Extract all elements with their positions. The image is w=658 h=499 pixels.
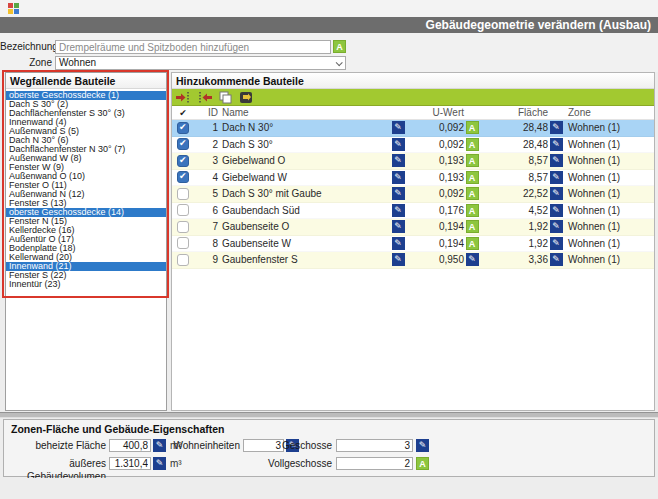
remove-component-icon[interactable] xyxy=(196,91,212,104)
row-u-wert: 0,092 xyxy=(406,188,464,199)
row-flaeche: 22,52 xyxy=(480,188,548,199)
col-header-name: Name xyxy=(218,107,390,118)
bauteil-table-row[interactable]: 4 Giebelwand W ✎ 0,193 A 8,57 ✎ Wohnen (… xyxy=(172,170,654,187)
gebaeudevolumen-unit: m³ xyxy=(170,457,182,470)
edit-gebaeudevolumen-icon[interactable]: ✎ xyxy=(153,457,166,470)
edit-name-icon[interactable]: ✎ xyxy=(392,204,405,217)
edit-flaeche-icon[interactable]: ✎ xyxy=(550,187,563,200)
edit-flaeche-icon[interactable]: ✎ xyxy=(550,138,563,151)
u-wert-auto-badge[interactable]: A xyxy=(466,237,479,250)
edit-name-icon[interactable]: ✎ xyxy=(392,187,405,200)
edit-name-icon[interactable]: ✎ xyxy=(392,237,405,250)
u-wert-auto-badge[interactable]: A xyxy=(466,171,479,184)
u-wert-auto-badge[interactable]: A xyxy=(466,220,479,233)
row-name: Giebelwand W xyxy=(218,172,390,183)
edit-name-icon[interactable]: ✎ xyxy=(392,171,405,184)
bauteil-table-row[interactable]: 7 Gaubenseite O ✎ 0,194 A 1,92 ✎ Wohnen … xyxy=(172,219,654,236)
copy-component-icon[interactable] xyxy=(217,91,233,104)
row-u-wert: 0,193 xyxy=(406,155,464,166)
row-flaeche: 8,57 xyxy=(480,155,548,166)
bauteil-table-row[interactable]: 2 Dach S 30° ✎ 0,092 A 28,48 ✎ Wohnen (1… xyxy=(172,137,654,154)
edit-name-icon[interactable]: ✎ xyxy=(392,138,405,151)
row-flaeche: 28,48 xyxy=(480,122,548,133)
row-checkbox[interactable] xyxy=(177,138,189,150)
row-checkbox[interactable] xyxy=(177,122,189,134)
u-wert-auto-badge[interactable]: A xyxy=(466,138,479,151)
horizontal-splitter[interactable] xyxy=(0,412,658,418)
hinzukommende-bauteile-panel: Hinzukommende Bauteile ✔ ID Name U-Wert … xyxy=(171,72,655,411)
edit-geschosse-icon[interactable]: ✎ xyxy=(416,439,429,452)
row-flaeche: 8,57 xyxy=(480,172,548,183)
chevron-down-icon xyxy=(336,59,343,66)
row-checkbox[interactable] xyxy=(177,204,189,216)
wegfallende-list[interactable]: oberste Geschossdecke (1) Dach S 30° (2)… xyxy=(6,90,166,410)
row-name: Dach S 30° mit Gaube xyxy=(218,188,390,199)
col-header-zone: Zone xyxy=(564,107,654,118)
top-strip xyxy=(0,0,658,17)
row-zone: Wohnen (1) xyxy=(564,238,654,249)
col-header-id: ID xyxy=(194,107,218,118)
bauteil-table-row[interactable]: 1 Dach N 30° ✎ 0,092 A 28,48 ✎ Wohnen (1… xyxy=(172,120,654,137)
row-id: 5 xyxy=(194,188,218,199)
edit-flaeche-icon[interactable]: ✎ xyxy=(550,171,563,184)
row-u-wert: 0,092 xyxy=(406,122,464,133)
bauteil-table-row[interactable]: 9 Gaubenfenster S ✎ 0,950 ✎ 3,36 ✎ Wohne… xyxy=(172,252,654,269)
edit-flaeche-icon[interactable]: ✎ xyxy=(550,204,563,217)
row-flaeche: 1,92 xyxy=(480,221,548,232)
u-wert-auto-badge[interactable]: A xyxy=(466,187,479,200)
zone-selected-value: Wohnen xyxy=(59,57,96,68)
row-u-wert: 0,194 xyxy=(406,221,464,232)
bauteil-list-item[interactable]: Innentür (23) xyxy=(6,280,166,289)
app-logo-icon[interactable] xyxy=(8,3,19,14)
bauteil-table-row[interactable]: 3 Giebelwand O ✎ 0,193 A 8,57 ✎ Wohnen (… xyxy=(172,153,654,170)
row-flaeche: 28,48 xyxy=(480,139,548,150)
table-header-row: ✔ ID Name U-Wert Fläche Zone xyxy=(172,106,654,120)
hinzukommende-panel-title: Hinzukommende Bauteile xyxy=(172,73,654,89)
row-checkbox[interactable] xyxy=(177,254,189,266)
row-name: Gaubendach Süd xyxy=(218,205,390,216)
import-component-icon[interactable] xyxy=(238,91,254,104)
row-checkbox[interactable] xyxy=(177,188,189,200)
edit-flaeche-icon[interactable]: ✎ xyxy=(550,220,563,233)
u-wert-auto-badge[interactable]: A xyxy=(466,154,479,167)
edit-name-icon[interactable]: ✎ xyxy=(392,220,405,233)
row-u-wert: 0,950 xyxy=(406,254,464,265)
wegfallende-bauteile-panel: Wegfallende Bauteile oberste Geschossdec… xyxy=(5,72,167,411)
row-name: Giebelwand O xyxy=(218,155,390,166)
row-checkbox[interactable] xyxy=(177,221,189,233)
application-window: Gebäudegeometrie verändern (Ausbau) Beze… xyxy=(0,0,658,499)
row-checkbox[interactable] xyxy=(177,171,189,183)
edit-flaeche-icon[interactable]: ✎ xyxy=(550,121,563,134)
bauteil-table-row[interactable]: 6 Gaubendach Süd ✎ 0,176 A 4,52 ✎ Wohnen… xyxy=(172,203,654,220)
vollgeschosse-input[interactable] xyxy=(336,457,413,470)
insert-component-icon[interactable] xyxy=(175,91,191,104)
u-wert-auto-badge[interactable]: A xyxy=(466,121,479,134)
bauteil-table-row[interactable]: 8 Gaubenseite W ✎ 0,194 A 1,92 ✎ Wohnen … xyxy=(172,236,654,253)
gebaeudevolumen-input[interactable] xyxy=(109,457,151,470)
u-wert-auto-badge[interactable]: A xyxy=(466,204,479,217)
edit-flaeche-icon[interactable]: ✎ xyxy=(550,237,563,250)
row-checkbox[interactable] xyxy=(177,237,189,249)
zone-dropdown[interactable]: Wohnen xyxy=(55,56,346,70)
edit-name-icon[interactable]: ✎ xyxy=(392,121,405,134)
edit-flaeche-icon[interactable]: ✎ xyxy=(550,253,563,266)
edit-flaeche-icon[interactable]: ✎ xyxy=(550,154,563,167)
edit-name-icon[interactable]: ✎ xyxy=(392,154,405,167)
row-zone: Wohnen (1) xyxy=(564,122,654,133)
zonen-eigenschaften-panel: Zonen-Fläche und Gebäude-Eigenschaften b… xyxy=(3,419,655,477)
row-checkbox[interactable] xyxy=(177,155,189,167)
row-name: Dach S 30° xyxy=(218,139,390,150)
bezeichnung-label: Bezeichnung xyxy=(0,40,52,54)
bezeichnung-auto-badge[interactable]: A xyxy=(333,40,346,53)
dialog-title-bar: Gebäudegeometrie verändern (Ausbau) xyxy=(0,17,658,33)
bauteil-table-row[interactable]: 5 Dach S 30° mit Gaube ✎ 0,092 A 22,52 ✎… xyxy=(172,186,654,203)
edit-name-icon[interactable]: ✎ xyxy=(392,253,405,266)
vollgeschosse-auto-badge[interactable]: A xyxy=(416,457,429,470)
bezeichnung-input[interactable] xyxy=(55,40,331,54)
geschosse-label: Geschosse xyxy=(249,439,332,452)
row-zone: Wohnen (1) xyxy=(564,205,654,216)
edit-u-wert-icon[interactable]: ✎ xyxy=(466,253,479,266)
row-zone: Wohnen (1) xyxy=(564,155,654,166)
geschosse-input[interactable] xyxy=(336,439,413,452)
wegfallende-panel-title: Wegfallende Bauteile xyxy=(6,73,166,89)
